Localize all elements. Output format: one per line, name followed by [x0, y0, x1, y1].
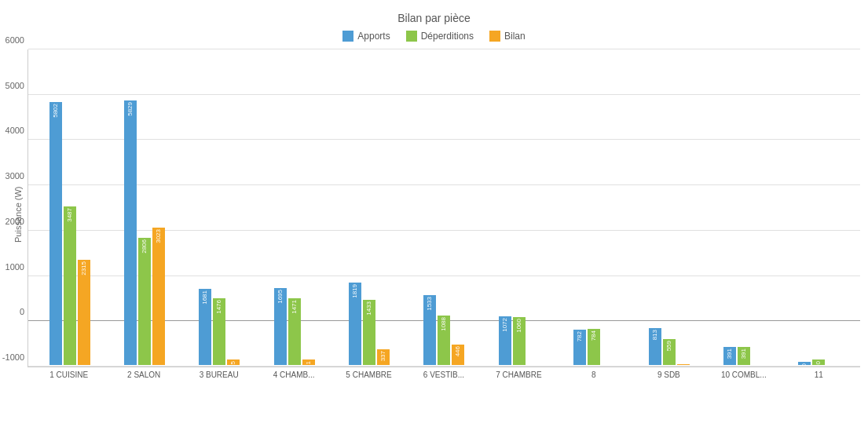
- bar-group-wrapper: 10721060: [482, 49, 556, 367]
- chart-title: Bilan par pièce: [8, 12, 860, 24]
- legend-deperditions-label: Déperditions: [421, 31, 474, 42]
- bar-group-wrapper: 60120: [782, 49, 856, 367]
- bar-rect: 1471: [288, 298, 301, 365]
- bar-rect: 1819: [349, 283, 361, 365]
- bar-rect: 391: [723, 347, 736, 365]
- bar-rect: 5829: [124, 100, 137, 364]
- bar-rect: 2806: [138, 238, 151, 365]
- x-axis-label: 10 COMBL...: [706, 367, 781, 379]
- bar-rect: 5802: [49, 102, 62, 365]
- bar-group-wrapper: 81355915: [632, 49, 706, 367]
- bar-rect: 15: [677, 364, 690, 365]
- bar-rect: 1681: [199, 289, 211, 365]
- bar-rect: 115: [227, 359, 240, 365]
- bar-rect: 1533: [423, 295, 436, 364]
- bar-rect: 1695: [274, 288, 287, 365]
- bar-group-wrapper: 782784: [557, 49, 632, 367]
- x-axis-label: 4 CHAMB...: [256, 367, 331, 379]
- x-axis: 1 CUISINE2 SALON3 BUREAU4 CHAMB...5 CHAM…: [27, 367, 860, 379]
- x-axis-label: 11: [782, 367, 856, 379]
- bar-rect: 1088: [438, 316, 450, 365]
- bar-rect: 813: [649, 328, 661, 365]
- x-axis-label: 3 BUREAU: [181, 367, 256, 379]
- bar-group-wrapper: 16811476115: [182, 49, 257, 367]
- bar-group: 81355915: [649, 49, 690, 367]
- bar-rect: 1072: [499, 316, 511, 365]
- bar-rect: 559: [663, 339, 676, 364]
- legend-apports: Apports: [342, 31, 390, 42]
- x-axis-label: 8: [556, 367, 631, 379]
- legend-apports-label: Apports: [357, 31, 390, 42]
- x-axis-label: 6 VESTIB...: [406, 367, 481, 379]
- x-axis-label: 7 CHAMBRE: [482, 367, 556, 379]
- bar-group-wrapper: 582928063023: [107, 49, 181, 367]
- bar-rect: 121: [302, 359, 315, 365]
- bar-rect: 1476: [213, 298, 225, 365]
- x-axis-label: 1 CUISINE: [31, 367, 106, 379]
- bar-rect: 784: [588, 329, 600, 364]
- x-axis-label: 9 SDB: [632, 367, 706, 379]
- bar-rect: 446: [452, 345, 464, 365]
- grid-area: -100001000200030004000500060005802348723…: [27, 49, 860, 367]
- chart-inner: -100001000200030004000500060005802348723…: [27, 49, 860, 379]
- bar-rect: 3023: [152, 228, 165, 364]
- chart-legend: Apports Déperditions Bilan: [8, 31, 860, 42]
- bar-rect: 1060: [513, 317, 526, 365]
- bar-group: 18191433337: [349, 49, 390, 367]
- bar-group: 16951471121: [274, 49, 315, 367]
- bar-group: 391391: [723, 49, 764, 367]
- legend-deperditions-box: [406, 31, 417, 42]
- chart-area: Puissance (W) -1000010002000300040005000…: [8, 49, 860, 379]
- bar-rect: 391: [738, 347, 750, 365]
- legend-apports-box: [342, 31, 353, 42]
- bar-group-wrapper: 16951471121: [257, 49, 331, 367]
- bar-group-wrapper: 580234872315: [32, 49, 107, 367]
- chart-container: Bilan par pièce Apports Déperditions Bil…: [0, 0, 868, 427]
- y-axis-label: Puissance (W): [8, 49, 27, 379]
- bar-group: 60120: [798, 49, 839, 367]
- bar-group-wrapper: 391391: [706, 49, 781, 367]
- legend-deperditions: Déperditions: [406, 31, 474, 42]
- bar-rect: 3487: [64, 206, 76, 364]
- bar-rect: 1433: [363, 300, 375, 365]
- x-axis-label: 5 CHAMBRE: [331, 367, 406, 379]
- bar-group: 16811476115: [199, 49, 240, 367]
- bar-rect: 782: [573, 330, 586, 365]
- bar-group: 782784: [573, 49, 614, 367]
- bar-rect: 2315: [78, 260, 90, 365]
- bar-rect: 120: [812, 359, 825, 365]
- bar-rect: 337: [377, 349, 390, 364]
- bar-group: 15331088446: [423, 49, 464, 367]
- x-axis-label: 2 SALON: [106, 367, 181, 379]
- bar-rect: 60: [798, 362, 811, 364]
- bar-group: 580234872315: [49, 49, 90, 367]
- legend-bilan: Bilan: [489, 31, 526, 42]
- bar-group-wrapper: 15331088446: [407, 49, 482, 367]
- bar-group-wrapper: 18191433337: [331, 49, 406, 367]
- legend-bilan-box: [489, 31, 500, 42]
- bar-group: 582928063023: [124, 49, 165, 367]
- bar-group: 10721060: [499, 49, 540, 367]
- legend-bilan-label: Bilan: [504, 31, 526, 42]
